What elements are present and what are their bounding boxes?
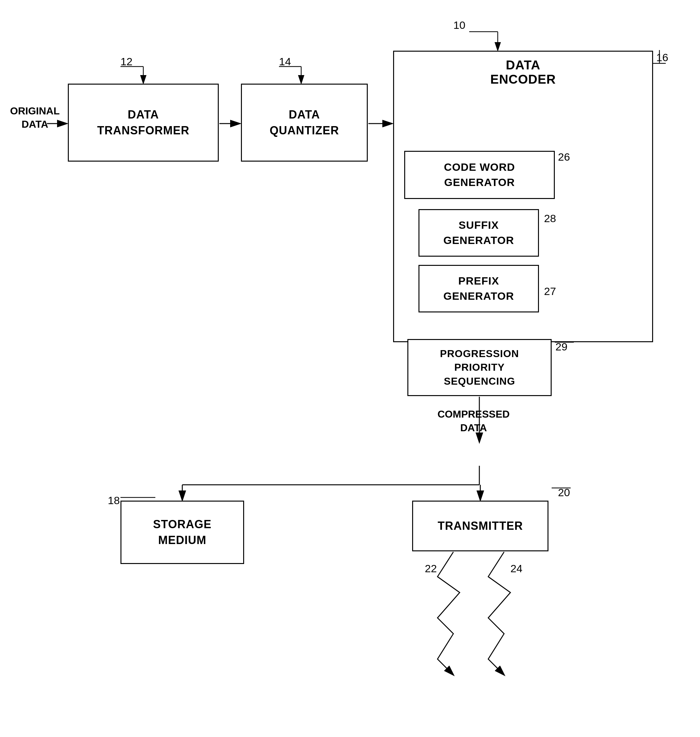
code-word-generator-box: CODE WORDGENERATOR (404, 151, 555, 199)
ref-10: 10 (453, 19, 465, 31)
progression-priority-box: PROGRESSIONPRIORITYSEQUENCING (407, 339, 551, 396)
ref-28: 28 (544, 212, 556, 225)
ref-18: 18 (108, 494, 120, 507)
ref-27: 27 (544, 285, 556, 298)
original-data-label: ORIGINAL DATA (9, 104, 60, 131)
ref-14: 14 (279, 56, 291, 68)
data-transformer-box: DATATRANSFORMER (68, 84, 219, 161)
ref-22: 22 (425, 562, 437, 575)
ref-12: 12 (121, 56, 132, 68)
ref-26: 26 (558, 151, 570, 163)
storage-medium-box: STORAGEMEDIUM (121, 501, 244, 564)
data-quantizer-box: DATAQUANTIZER (241, 84, 368, 161)
ref-29: 29 (556, 341, 568, 353)
compressed-data-label: COMPRESSEDDATA (437, 407, 510, 435)
transmitter-box: TRANSMITTER (412, 501, 549, 551)
ref-20: 20 (558, 486, 570, 499)
suffix-generator-box: SUFFIXGENERATOR (419, 209, 539, 257)
ref-16: 16 (656, 51, 668, 64)
prefix-generator-box: PREFIXGENERATOR (419, 265, 539, 313)
ref-24: 24 (510, 562, 522, 575)
